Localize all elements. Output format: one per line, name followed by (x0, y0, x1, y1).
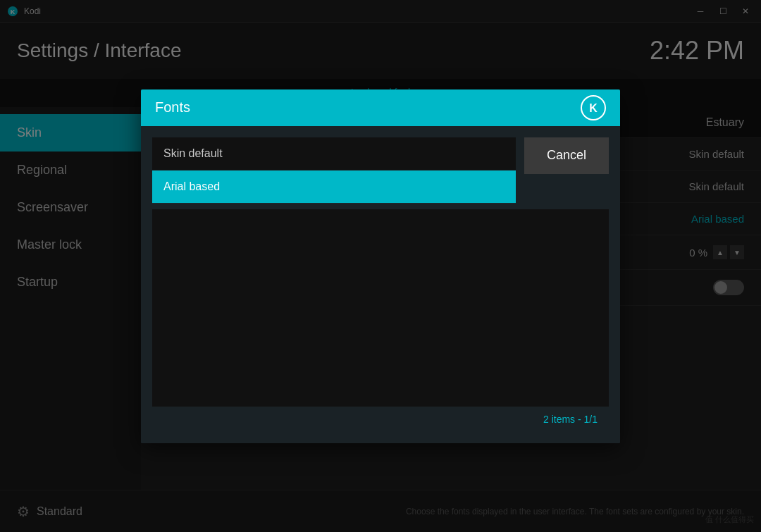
dialog-body: Skin default Arial based Cancel 2 items … (141, 126, 620, 443)
kodi-logo-icon: K (581, 95, 606, 120)
dialog-top-row: Skin default Arial based Cancel (152, 137, 609, 204)
list-item-skin-default[interactable]: Skin default (152, 137, 516, 171)
svg-text:K: K (589, 102, 598, 114)
dialog-footer: 2 items - 1/1 (152, 407, 609, 432)
dialog-cancel-button[interactable]: Cancel (524, 137, 609, 174)
dialog-list: Skin default Arial based (152, 137, 516, 204)
dialog-title: Fonts (155, 99, 190, 116)
dialog-empty-area (152, 209, 609, 407)
fonts-dialog: Fonts K Skin default Arial based (141, 89, 620, 443)
list-item-arial-based[interactable]: Arial based (152, 171, 516, 204)
dialog-header: Fonts K (141, 89, 620, 126)
dialog-item-count: 2 items - 1/1 (543, 414, 598, 425)
dialog-overlay: Fonts K Skin default Arial based (0, 0, 761, 532)
